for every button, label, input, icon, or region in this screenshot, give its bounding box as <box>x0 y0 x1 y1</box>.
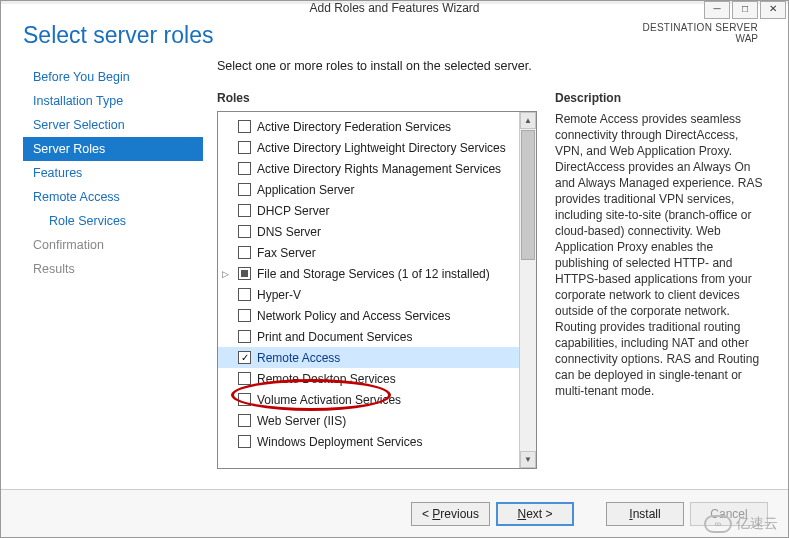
role-row[interactable]: Active Directory Rights Management Servi… <box>218 158 519 179</box>
roles-title: Roles <box>217 91 537 105</box>
role-row[interactable]: Web Server (IIS) <box>218 410 519 431</box>
role-row[interactable]: Application Server <box>218 179 519 200</box>
role-row[interactable]: Print and Document Services <box>218 326 519 347</box>
scroll-up-icon[interactable]: ▲ <box>520 112 536 129</box>
next-button[interactable]: Next > <box>496 502 574 526</box>
instruction-text: Select one or more roles to install on t… <box>217 59 766 73</box>
role-label: Volume Activation Services <box>257 393 401 407</box>
page-title: Select server roles <box>23 22 213 49</box>
role-row[interactable]: Windows Deployment Services <box>218 431 519 452</box>
role-row[interactable]: DNS Server <box>218 221 519 242</box>
checkbox[interactable] <box>238 372 251 385</box>
nav-item-server-selection[interactable]: Server Selection <box>23 113 203 137</box>
install-button[interactable]: Install <box>606 502 684 526</box>
checkbox[interactable] <box>238 393 251 406</box>
roles-list: Active Directory Federation ServicesActi… <box>218 112 519 468</box>
content: Select one or more roles to install on t… <box>203 59 766 469</box>
role-label: Print and Document Services <box>257 330 412 344</box>
scroll-down-icon[interactable]: ▼ <box>520 451 536 468</box>
role-label: Application Server <box>257 183 354 197</box>
checkbox[interactable] <box>238 141 251 154</box>
checkbox[interactable] <box>238 162 251 175</box>
role-row[interactable]: DHCP Server <box>218 200 519 221</box>
roles-listbox[interactable]: Active Directory Federation ServicesActi… <box>217 111 537 469</box>
expand-caret-icon[interactable]: ▷ <box>222 269 229 279</box>
checkbox[interactable] <box>238 183 251 196</box>
checkbox[interactable] <box>238 435 251 448</box>
nav-item-results: Results <box>23 257 203 281</box>
scrollbar-vertical[interactable]: ▲ ▼ <box>519 112 536 468</box>
description-text: Remote Access provides seamless connecti… <box>555 111 766 399</box>
dest-label: DESTINATION SERVER <box>642 22 758 33</box>
description-title: Description <box>555 91 766 105</box>
role-label: Active Directory Federation Services <box>257 120 451 134</box>
role-label: DNS Server <box>257 225 321 239</box>
minimize-button[interactable]: ─ <box>704 1 730 19</box>
checkbox[interactable] <box>238 351 251 364</box>
role-label: Remote Access <box>257 351 340 365</box>
checkbox[interactable] <box>238 120 251 133</box>
checkbox[interactable] <box>238 246 251 259</box>
watermark-icon: ∞ <box>704 515 732 533</box>
nav-item-confirmation: Confirmation <box>23 233 203 257</box>
role-label: Fax Server <box>257 246 316 260</box>
role-row[interactable]: Active Directory Lightweight Directory S… <box>218 137 519 158</box>
role-row[interactable]: Network Policy and Access Services <box>218 305 519 326</box>
checkbox[interactable] <box>238 330 251 343</box>
role-label: Hyper-V <box>257 288 301 302</box>
role-label: Web Server (IIS) <box>257 414 346 428</box>
checkbox[interactable] <box>238 309 251 322</box>
role-label: Network Policy and Access Services <box>257 309 450 323</box>
role-row[interactable]: Volume Activation Services <box>218 389 519 410</box>
watermark: ∞ 亿速云 <box>704 515 778 533</box>
checkbox[interactable] <box>238 267 251 280</box>
maximize-button[interactable]: □ <box>732 1 758 19</box>
wizard-nav: Before You BeginInstallation TypeServer … <box>23 59 203 469</box>
role-label: DHCP Server <box>257 204 329 218</box>
role-label: Active Directory Lightweight Directory S… <box>257 141 506 155</box>
previous-button[interactable]: < Previous <box>411 502 490 526</box>
checkbox[interactable] <box>238 204 251 217</box>
window-controls: ─ □ ✕ <box>702 1 786 19</box>
role-row[interactable]: ▷File and Storage Services (1 of 12 inst… <box>218 263 519 284</box>
close-button[interactable]: ✕ <box>760 1 786 19</box>
scroll-thumb[interactable] <box>521 130 535 260</box>
role-row[interactable]: Hyper-V <box>218 284 519 305</box>
role-row[interactable]: Remote Access <box>218 347 519 368</box>
role-label: Remote Desktop Services <box>257 372 396 386</box>
destination-server: DESTINATION SERVER WAP <box>642 22 758 44</box>
checkbox[interactable] <box>238 225 251 238</box>
dest-value: WAP <box>642 33 758 44</box>
footer: < Previous Next > Install Cancel <box>1 489 788 537</box>
role-label: Active Directory Rights Management Servi… <box>257 162 501 176</box>
role-row[interactable]: Active Directory Federation Services <box>218 116 519 137</box>
role-row[interactable]: Fax Server <box>218 242 519 263</box>
checkbox[interactable] <box>238 414 251 427</box>
nav-item-server-roles[interactable]: Server Roles <box>23 137 203 161</box>
nav-item-remote-access[interactable]: Remote Access <box>23 185 203 209</box>
nav-item-features[interactable]: Features <box>23 161 203 185</box>
role-row[interactable]: Remote Desktop Services <box>218 368 519 389</box>
nav-item-role-services[interactable]: Role Services <box>23 209 203 233</box>
main: Before You BeginInstallation TypeServer … <box>1 59 788 469</box>
description-column: Description Remote Access provides seaml… <box>555 91 766 469</box>
checkbox[interactable] <box>238 288 251 301</box>
window-title: Add Roles and Features Wizard <box>309 1 479 15</box>
columns: Roles Active Directory Federation Servic… <box>217 91 766 469</box>
role-label: File and Storage Services (1 of 12 insta… <box>257 267 490 281</box>
roles-column: Roles Active Directory Federation Servic… <box>217 91 537 469</box>
nav-item-installation-type[interactable]: Installation Type <box>23 89 203 113</box>
role-label: Windows Deployment Services <box>257 435 422 449</box>
watermark-text: 亿速云 <box>736 515 778 533</box>
nav-item-before-you-begin[interactable]: Before You Begin <box>23 65 203 89</box>
